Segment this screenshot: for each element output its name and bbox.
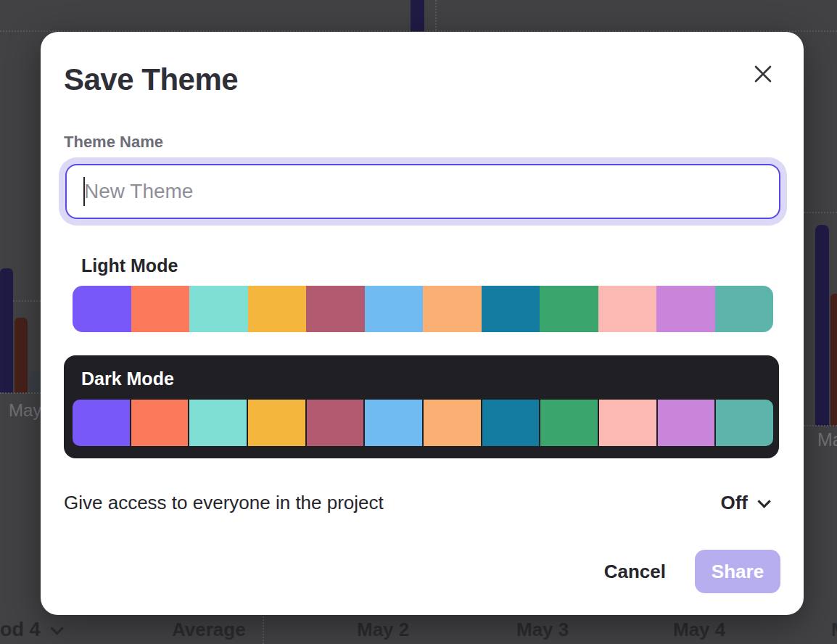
modal-actions: Cancel Share <box>604 550 780 593</box>
palette-swatch-7 <box>424 400 481 446</box>
palette-swatch-1 <box>73 286 131 332</box>
x-axis-label: May <box>9 400 41 421</box>
palette-swatch-6 <box>365 286 424 332</box>
palette-swatch-4 <box>248 400 305 446</box>
palette-swatch-10 <box>599 400 656 446</box>
period-dropdown-label: od 4 <box>0 619 41 641</box>
palette-swatch-11 <box>656 286 715 332</box>
gridline-horizontal <box>804 212 837 213</box>
close-icon <box>754 65 772 83</box>
period-dropdown: od 4 <box>0 619 60 641</box>
modal-title: Save Theme <box>64 62 238 97</box>
column-header-average: Average <box>172 619 246 641</box>
theme-name-input-wrap <box>65 164 780 219</box>
chart-bar <box>29 371 41 393</box>
cancel-button[interactable]: Cancel <box>604 561 666 583</box>
palette-swatch-4 <box>248 286 307 332</box>
gridline-vertical <box>263 614 264 644</box>
x-axis-label: Ma <box>817 429 837 450</box>
close-button[interactable] <box>751 62 775 86</box>
palette-swatch-8 <box>482 400 540 446</box>
chart-bar <box>411 0 424 31</box>
palette-swatch-3 <box>189 400 247 446</box>
palette-swatch-9 <box>540 286 598 332</box>
dark-mode-card: Dark Mode <box>64 355 779 458</box>
palette-swatch-5 <box>307 400 364 446</box>
palette-swatch-10 <box>598 286 657 332</box>
light-mode-palette <box>73 286 773 332</box>
palette-swatch-12 <box>715 286 774 332</box>
column-header-day: May 4 <box>673 619 725 641</box>
chart-bar <box>830 294 837 426</box>
palette-swatch-7 <box>423 286 482 332</box>
palette-swatch-5 <box>306 286 365 332</box>
dark-mode-palette <box>73 400 773 446</box>
palette-swatch-12 <box>716 400 773 446</box>
palette-swatch-9 <box>540 400 598 446</box>
access-label: Give access to everyone in the project <box>64 492 384 514</box>
gridline-horizontal <box>13 300 41 302</box>
light-mode-label: Light Mode <box>81 255 178 276</box>
palette-swatch-11 <box>658 400 715 446</box>
save-theme-modal: Save Theme Theme Name Light Mode Dark Mo… <box>41 32 804 615</box>
chevron-down-icon <box>50 622 63 635</box>
screen: May Ma od 4 Average May 2 May 3 May 4 M … <box>0 0 837 644</box>
axis-line <box>0 392 44 394</box>
theme-name-input[interactable] <box>65 164 780 219</box>
chart-bar <box>0 268 13 393</box>
chevron-down-icon <box>757 495 770 508</box>
palette-swatch-6 <box>365 400 422 446</box>
share-button[interactable]: Share <box>695 550 780 593</box>
access-dropdown[interactable]: Off <box>720 492 767 514</box>
palette-swatch-3 <box>189 286 248 332</box>
chart-bar <box>15 318 28 393</box>
chart-bar <box>815 225 829 426</box>
access-dropdown-value: Off <box>720 492 748 514</box>
column-header-day: M <box>831 619 837 641</box>
gridline-vertical <box>435 0 437 30</box>
palette-swatch-8 <box>482 286 540 332</box>
theme-name-label: Theme Name <box>64 133 163 152</box>
palette-swatch-1 <box>73 400 130 446</box>
palette-swatch-2 <box>131 400 189 446</box>
access-row: Give access to everyone in the project O… <box>64 492 767 514</box>
text-cursor <box>83 177 85 206</box>
column-header-day: May 2 <box>357 619 409 641</box>
column-header-day: May 3 <box>516 619 569 641</box>
dark-mode-label: Dark Mode <box>81 368 174 389</box>
axis-line <box>804 425 837 426</box>
palette-swatch-2 <box>131 286 190 332</box>
